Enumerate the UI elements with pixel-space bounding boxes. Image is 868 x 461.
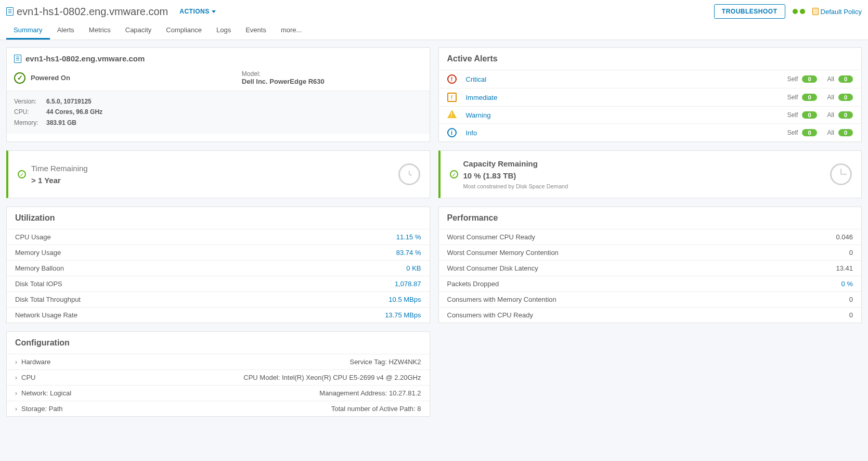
capacity-remaining-card: Capacity Remaining 10 % (1.83 TB) Most c…	[438, 150, 862, 198]
self-count[interactable]: 0	[802, 129, 817, 136]
table-row: Disk Total Throughput10.5 MBps	[7, 291, 430, 307]
table-row: Consumers with CPU Ready0	[439, 307, 862, 323]
spec-label: Memory:	[14, 118, 40, 128]
policy-label: Default Policy	[821, 8, 862, 16]
self-count[interactable]: 0	[802, 75, 817, 83]
power-state: Powered On	[31, 74, 70, 82]
row-value[interactable]: 1,078.87	[395, 280, 421, 288]
row-value: CPU Model: Intel(R) Xeon(R) CPU E5-2699 …	[243, 374, 421, 381]
row-value[interactable]: 83.74 %	[396, 249, 421, 257]
row-value: 0	[849, 311, 853, 319]
alert-link-critical[interactable]: Critical	[466, 75, 787, 83]
row-value[interactable]: 0 KB	[406, 264, 421, 272]
self-count[interactable]: 0	[802, 111, 817, 119]
row-label: Memory Usage	[15, 249, 61, 257]
capacity-sub: Most constrained by Disk Space Demand	[463, 183, 831, 189]
tab-metrics[interactable]: Metrics	[82, 21, 118, 40]
host-icon	[6, 7, 14, 16]
alert-row-info: i Info Self0 All0	[439, 123, 862, 142]
time-remaining-card: Time Remaining > 1 Year	[6, 150, 430, 198]
row-label: Network: Logical	[21, 389, 71, 397]
tab-compliance[interactable]: Compliance	[159, 21, 209, 40]
row-label: Hardware	[21, 358, 50, 366]
policy-icon	[812, 8, 819, 15]
tab-events[interactable]: Events	[238, 21, 274, 40]
utilization-title: Utilization	[7, 207, 430, 229]
config-row-hardware[interactable]: ›HardwareService Tag: HZW4NK2	[7, 354, 430, 369]
critical-icon: !	[447, 74, 457, 84]
actions-label: ACTIONS	[179, 8, 210, 15]
check-icon	[18, 170, 26, 178]
row-label: Disk Total IOPS	[15, 280, 62, 288]
page-title: evn1-hs1-0802.eng.vmware.com	[17, 6, 168, 18]
spec-value: 44 Cores, 96.8 GHz	[46, 107, 102, 117]
capacity-value: 10 % (1.83 TB)	[463, 171, 831, 180]
row-value: Total number of Active Path: 8	[331, 405, 421, 413]
all-count[interactable]: 0	[838, 94, 853, 101]
row-value[interactable]: 10.5 MBps	[388, 296, 421, 303]
chevron-right-icon: ›	[15, 405, 17, 413]
chevron-down-icon	[212, 10, 216, 13]
performance-title: Performance	[439, 207, 862, 229]
spec-value: 6.5.0, 10719125	[46, 96, 92, 107]
config-row-storage[interactable]: ›Storage: PathTotal number of Active Pat…	[7, 401, 430, 416]
row-value[interactable]: 0 %	[841, 280, 853, 288]
table-row: Worst Consumer Memory Contention0	[439, 245, 862, 260]
tab-alerts[interactable]: Alerts	[50, 21, 82, 40]
row-value: 0.046	[836, 233, 853, 241]
table-row: Disk Total IOPS1,078.87	[7, 276, 430, 291]
all-label: All	[827, 129, 834, 136]
configuration-card: Configuration ›HardwareService Tag: HZW4…	[6, 331, 430, 417]
tab-logs[interactable]: Logs	[209, 21, 238, 40]
alert-link-immediate[interactable]: Immediate	[466, 94, 787, 101]
row-value: 0	[849, 296, 853, 303]
row-value[interactable]: 13.75 MBps	[385, 311, 421, 319]
model-section: Model: Dell Inc. PowerEdge R630	[242, 70, 325, 85]
all-count[interactable]: 0	[838, 75, 853, 83]
alert-link-warning[interactable]: Warning	[466, 111, 787, 119]
actions-dropdown[interactable]: ACTIONS	[179, 8, 216, 15]
table-row: CPU Usage11.15 %	[7, 229, 430, 245]
self-count[interactable]: 0	[802, 94, 817, 101]
row-value: 13.41	[836, 264, 853, 272]
row-label: Consumers with CPU Ready	[447, 311, 533, 319]
config-row-network[interactable]: ›Network: LogicalManagement Address: 10.…	[7, 385, 430, 401]
self-label: Self	[787, 111, 798, 119]
summary-hostname: evn1-hs1-0802.eng.vmware.com	[25, 54, 145, 63]
spec-value: 383.91 GB	[46, 118, 76, 128]
row-label: CPU	[21, 374, 35, 381]
all-label: All	[827, 75, 834, 83]
tab-summary[interactable]: Summary	[6, 21, 50, 40]
self-label: Self	[787, 94, 798, 101]
row-label: Worst Consumer Disk Latency	[447, 264, 538, 272]
row-value: Management Address: 10.27.81.2	[319, 389, 421, 397]
pie-icon	[830, 163, 852, 185]
immediate-icon: !	[447, 93, 457, 102]
status-indicators	[793, 9, 805, 14]
row-value: 0	[849, 249, 853, 257]
clock-icon	[398, 163, 420, 185]
chevron-right-icon: ›	[15, 374, 17, 381]
table-row: Memory Balloon0 KB	[7, 260, 430, 276]
troubleshoot-button[interactable]: TROUBLESHOOT	[714, 4, 785, 19]
time-remaining-value: > 1 Year	[31, 176, 398, 185]
tab-bar: Summary Alerts Metrics Capacity Complian…	[0, 21, 868, 40]
table-row: Consumers with Memory Contention0	[439, 291, 862, 307]
active-alerts-card: Active Alerts ! Critical Self0 All0 ! Im…	[438, 47, 862, 142]
row-label: Worst Consumer Memory Contention	[447, 249, 559, 257]
all-count[interactable]: 0	[838, 129, 853, 136]
performance-card: Performance Worst Consumer CPU Ready0.04…	[438, 207, 862, 323]
model-label: Model:	[242, 70, 325, 78]
alert-row-warning: Warning Self0 All0	[439, 106, 862, 123]
tab-more[interactable]: more...	[274, 21, 309, 40]
all-count[interactable]: 0	[838, 111, 853, 119]
tab-capacity[interactable]: Capacity	[118, 21, 159, 40]
host-icon	[14, 55, 21, 63]
default-policy-link[interactable]: Default Policy	[812, 8, 862, 16]
warning-icon	[447, 111, 457, 119]
alert-link-info[interactable]: Info	[466, 129, 787, 137]
config-row-cpu[interactable]: ›CPUCPU Model: Intel(R) Xeon(R) CPU E5-2…	[7, 369, 430, 385]
alert-row-critical: ! Critical Self0 All0	[439, 70, 862, 88]
row-label: Memory Balloon	[15, 264, 64, 272]
row-value[interactable]: 11.15 %	[396, 233, 421, 241]
